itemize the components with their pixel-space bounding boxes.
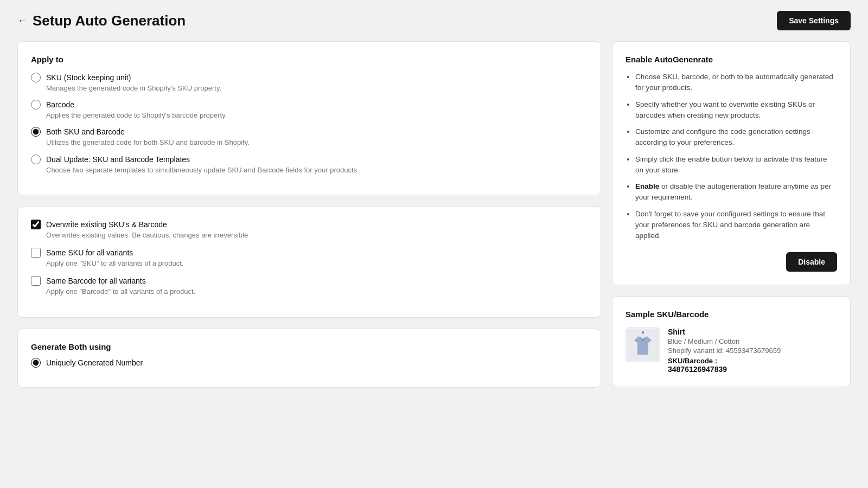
radio-text-both: Both SKU and Barcode xyxy=(46,127,125,136)
radio-label-both[interactable]: Both SKU and Barcode xyxy=(31,127,588,137)
info-item-2: Specify whether you want to overwrite ex… xyxy=(635,99,837,121)
info-item-5: Enable or disable the autogeneration fea… xyxy=(635,181,837,203)
radio-text-unique: Uniquely Generated Number xyxy=(46,358,143,367)
radio-text-barcode: Barcode xyxy=(46,100,74,109)
radio-desc-barcode: Applies the generated code to Shopify's … xyxy=(46,111,588,120)
radio-option-dual: Dual Update: SKU and Barcode Templates C… xyxy=(31,155,588,175)
info-item-4: Simply click the enable button below to … xyxy=(635,154,837,176)
radio-option-sku: SKU (Stock keeping unit) Manages the gen… xyxy=(31,73,588,93)
main-layout: Apply to SKU (Stock keeping unit) Manage… xyxy=(0,41,868,405)
radio-label-unique[interactable]: Uniquely Generated Number xyxy=(31,358,588,368)
enable-autogenerate-title: Enable AutoGenenrate xyxy=(626,55,837,64)
checkbox-text-same-sku: Same SKU for all variants xyxy=(46,248,133,257)
checkbox-text-same-barcode: Same Barcode for all variants xyxy=(46,277,146,285)
overwrite-card: Overwrite existing SKU's & Barcode Overw… xyxy=(17,206,601,318)
enable-bold: Enable xyxy=(635,182,659,190)
info-list: Choose SKU, barcode, or both to be autom… xyxy=(626,72,837,241)
radio-option-barcode: Barcode Applies the generated code to Sh… xyxy=(31,100,588,120)
radio-label-dual[interactable]: Dual Update: SKU and Barcode Templates xyxy=(31,155,588,164)
back-arrow-icon[interactable]: ← xyxy=(17,15,27,27)
radio-label-barcode[interactable]: Barcode xyxy=(31,100,588,110)
sample-sku-title: Sample SKU/Barcode xyxy=(626,310,837,319)
checkbox-option-overwrite: Overwrite existing SKU's & Barcode Overw… xyxy=(31,220,588,240)
enable-autogenerate-card: Enable AutoGenenrate Choose SKU, barcode… xyxy=(612,41,851,285)
checkbox-text-overwrite: Overwrite existing SKU's & Barcode xyxy=(46,220,167,229)
header: ← Setup Auto Generation Save Settings xyxy=(0,0,868,41)
radio-desc-sku: Manages the generated code in Shopify's … xyxy=(46,84,588,93)
product-info: Shirt Blue / Medium / Cotton Shopify var… xyxy=(668,328,837,374)
info-item-1: Choose SKU, barcode, or both to be autom… xyxy=(635,72,837,94)
apply-to-card: Apply to SKU (Stock keeping unit) Manage… xyxy=(17,41,601,195)
generate-both-card: Generate Both using Uniquely Generated N… xyxy=(17,329,601,388)
info-item-3: Customize and configure the code generat… xyxy=(635,126,837,149)
page-title: Setup Auto Generation xyxy=(33,12,186,29)
info-item-6: Don't forget to save your configured set… xyxy=(635,209,837,242)
checkbox-desc-same-sku: Apply one "SKU" to all variants of a pro… xyxy=(46,259,588,268)
radio-option-both: Both SKU and Barcode Utilizes the genera… xyxy=(31,127,588,147)
checkbox-option-same-barcode: Same Barcode for all variants Apply one … xyxy=(31,276,588,297)
checkbox-input-same-sku[interactable] xyxy=(31,248,41,258)
radio-input-unique[interactable] xyxy=(31,358,41,368)
svg-point-2 xyxy=(642,331,644,333)
radio-input-both[interactable] xyxy=(31,127,41,137)
sku-label: SKU/Barcode : xyxy=(668,357,837,365)
header-left: ← Setup Auto Generation xyxy=(17,12,186,29)
product-image-wrap xyxy=(626,328,660,362)
sku-value: 34876126947839 xyxy=(668,365,837,374)
product-name: Shirt xyxy=(668,328,837,336)
checkbox-desc-same-barcode: Apply one "Barcode" to all variants of a… xyxy=(46,287,588,297)
radio-input-barcode[interactable] xyxy=(31,100,41,110)
generate-both-title: Generate Both using xyxy=(31,342,588,351)
radio-input-dual[interactable] xyxy=(31,155,41,164)
sample-sku-card: Sample SKU/Barcode xyxy=(612,296,851,387)
checkbox-label-overwrite[interactable]: Overwrite existing SKU's & Barcode xyxy=(31,220,588,229)
shopify-id-label: Shopify variant id: xyxy=(668,346,724,355)
left-column: Apply to SKU (Stock keeping unit) Manage… xyxy=(17,41,601,388)
checkbox-desc-overwrite: Overwrites existing values. Be cautious,… xyxy=(46,230,588,240)
apply-to-title: Apply to xyxy=(31,55,588,64)
disable-btn-wrap: Disable xyxy=(626,252,837,272)
checkbox-label-same-barcode[interactable]: Same Barcode for all variants xyxy=(31,276,588,286)
right-column: Enable AutoGenenrate Choose SKU, barcode… xyxy=(612,41,851,388)
radio-desc-dual: Choose two separate templates to simulta… xyxy=(46,165,588,175)
product-shopify-id: Shopify variant id: 45593473679659 xyxy=(668,346,837,355)
radio-option-unique: Uniquely Generated Number xyxy=(31,358,588,368)
shopify-id-value: 45593473679659 xyxy=(726,346,781,355)
radio-desc-both: Utilizes the generated code for both SKU… xyxy=(46,138,588,147)
product-variant: Blue / Medium / Cotton xyxy=(668,337,837,345)
save-settings-button[interactable]: Save Settings xyxy=(777,11,851,30)
checkbox-option-same-sku: Same SKU for all variants Apply one "SKU… xyxy=(31,248,588,268)
radio-text-sku: SKU (Stock keeping unit) xyxy=(46,73,131,82)
radio-label-sku[interactable]: SKU (Stock keeping unit) xyxy=(31,73,588,82)
radio-text-dual: Dual Update: SKU and Barcode Templates xyxy=(46,155,190,164)
disable-button[interactable]: Disable xyxy=(786,252,837,272)
checkbox-label-same-sku[interactable]: Same SKU for all variants xyxy=(31,248,588,258)
radio-input-sku[interactable] xyxy=(31,73,41,82)
product-image-icon xyxy=(627,329,659,361)
info-item-5-text: or disable the autogeneration feature an… xyxy=(635,182,831,201)
sample-product: Shirt Blue / Medium / Cotton Shopify var… xyxy=(626,328,837,374)
checkbox-input-overwrite[interactable] xyxy=(31,220,41,229)
checkbox-input-same-barcode[interactable] xyxy=(31,276,41,286)
